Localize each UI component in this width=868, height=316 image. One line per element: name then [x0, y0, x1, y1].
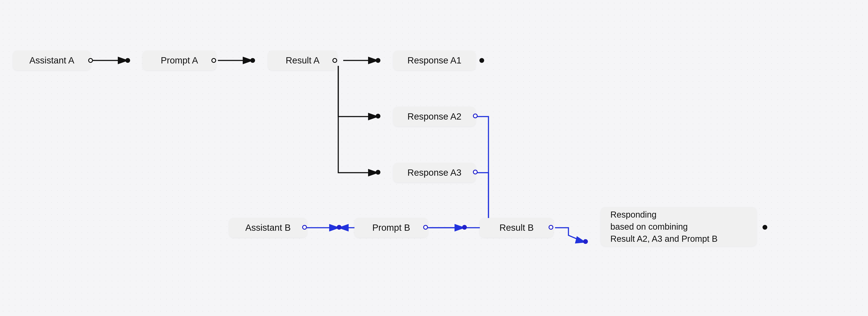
- prompt-a-arrow-dot: [250, 58, 255, 63]
- result-b-node: Result B: [480, 218, 553, 238]
- result-b-label: Result B: [499, 222, 534, 233]
- response-a2-node: Response A2: [393, 107, 475, 126]
- assistant-b-label: Assistant B: [245, 222, 291, 233]
- prompt-b-label: Prompt B: [372, 222, 410, 233]
- assistant-a-label: Assistant A: [29, 55, 74, 66]
- prompt-b-arrow-dot: [462, 225, 467, 230]
- response-a1-dot: [479, 58, 484, 63]
- result-a-output-dot: [333, 58, 337, 63]
- prompt-a-node: Prompt A: [143, 51, 216, 70]
- response-a2-label: Response A2: [407, 111, 461, 122]
- prompt-a-label: Prompt A: [161, 55, 198, 66]
- assistant-a-node: Assistant A: [13, 51, 91, 70]
- assistant-a-arrow-dot: [125, 58, 130, 63]
- responding-node: Respondingbased on combiningResult A2, A…: [601, 207, 756, 246]
- prompt-b-node: Prompt B: [354, 218, 428, 238]
- response-a3-output-dot: [473, 170, 478, 174]
- assistant-b-node: Assistant B: [229, 218, 307, 238]
- response-a3-node: Response A3: [393, 163, 475, 182]
- assistant-b-arrow-dot: [337, 225, 341, 230]
- assistant-b-output-dot: [302, 225, 307, 230]
- prompt-b-output-dot: [423, 225, 428, 230]
- responding-final-dot: [763, 225, 767, 230]
- result-a-label: Result A: [286, 55, 319, 66]
- result-a-arrow-dot-1: [376, 58, 380, 63]
- result-a-arrow-dot-3: [376, 170, 380, 175]
- result-a-arrow-dot-2: [376, 114, 380, 118]
- result-b-arrow-dot: [583, 239, 588, 244]
- response-a3-label: Response A3: [407, 168, 461, 178]
- result-a-node: Result A: [268, 51, 337, 70]
- response-a1-node: Response A1: [393, 51, 475, 70]
- response-a1-label: Response A1: [407, 55, 461, 66]
- responding-label: Respondingbased on combiningResult A2, A…: [610, 209, 718, 245]
- assistant-a-output-dot: [88, 58, 93, 63]
- response-a2-output-dot: [473, 113, 478, 118]
- result-b-output-dot: [549, 225, 553, 230]
- prompt-a-output-dot: [211, 58, 216, 63]
